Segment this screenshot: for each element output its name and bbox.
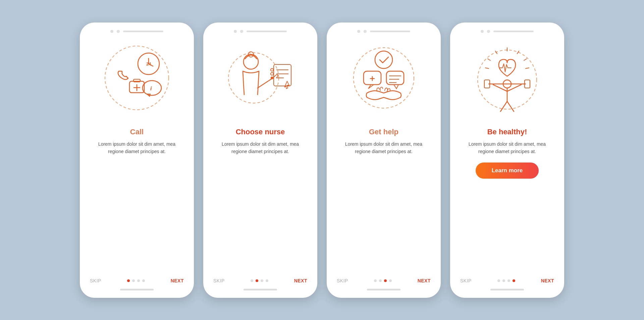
nav-row-3: SKIP NEXT xyxy=(327,272,441,286)
camera-dot-7 xyxy=(481,30,484,33)
camera-dot-2 xyxy=(117,30,120,33)
nav-dots-2 xyxy=(251,279,268,282)
home-indicator-3 xyxy=(367,289,400,290)
camera-dot-1 xyxy=(110,30,113,33)
camera-dot-8 xyxy=(487,30,490,33)
call-illustration: 24 i xyxy=(97,41,177,122)
svg-line-38 xyxy=(488,59,490,60)
phone-top xyxy=(80,22,194,35)
phone-choose-nurse: Choose nurse Lorem ipsum dolor sit dim a… xyxy=(203,22,317,298)
learn-more-button[interactable]: Learn more xyxy=(476,163,539,179)
svg-line-49 xyxy=(507,101,514,111)
healthy-illustration xyxy=(467,41,547,122)
dot-4-2 xyxy=(507,279,510,282)
camera-row-2 xyxy=(234,30,287,33)
svg-line-40 xyxy=(526,68,529,68)
phone-bottom-call: SKIP NEXT xyxy=(80,272,194,298)
home-indicator xyxy=(120,289,154,290)
dot-1 xyxy=(132,279,135,282)
svg-point-22 xyxy=(354,48,414,108)
camera-row xyxy=(110,30,163,33)
dot-2-3 xyxy=(266,279,268,282)
call-title: Call xyxy=(130,128,144,136)
camera-row-3 xyxy=(357,30,410,33)
dot-2-2 xyxy=(261,279,263,282)
dot-3-1 xyxy=(379,279,382,282)
svg-point-21 xyxy=(271,77,273,79)
speaker-bar-4 xyxy=(493,31,534,32)
camera-dot-3 xyxy=(234,30,237,33)
svg-point-9 xyxy=(143,81,161,95)
svg-text:24: 24 xyxy=(146,61,151,66)
svg-point-20 xyxy=(271,73,273,75)
skip-label-4[interactable]: SKIP xyxy=(460,278,472,283)
next-label-2[interactable]: NEXT xyxy=(294,278,307,283)
speaker-bar-2 xyxy=(247,31,287,32)
nav-row-2: SKIP NEXT xyxy=(203,272,317,286)
phone-bottom-nurse: SKIP NEXT xyxy=(203,272,317,298)
phone-top-2 xyxy=(203,22,317,35)
call-body: Lorem ipsum dolor sit dim amet, mea regi… xyxy=(90,140,184,155)
help-body: Lorem ipsum dolor sit dim amet, mea regi… xyxy=(337,140,431,155)
svg-line-39 xyxy=(485,68,489,68)
svg-point-19 xyxy=(271,68,273,71)
dot-0 xyxy=(127,279,130,282)
nav-dots-3 xyxy=(374,279,392,282)
dot-3 xyxy=(142,279,145,282)
svg-point-0 xyxy=(105,46,169,110)
dot-4-3 xyxy=(513,279,515,282)
healthy-body: Lorem ipsum dolor sit dim amet, mea regi… xyxy=(460,140,554,155)
help-title: Get help xyxy=(369,128,398,136)
camera-dot-5 xyxy=(357,30,360,33)
svg-point-23 xyxy=(375,51,392,68)
camera-row-4 xyxy=(481,30,534,33)
next-label[interactable]: NEXT xyxy=(171,278,184,283)
dot-3-3 xyxy=(389,279,392,282)
svg-text:i: i xyxy=(150,86,152,91)
dot-3-0 xyxy=(374,279,377,282)
nav-dots-4 xyxy=(497,279,515,282)
speaker-bar-3 xyxy=(370,31,410,32)
phone-call: 24 i Call Lorem ipsum dolor sit dim amet… xyxy=(80,22,194,298)
nurse-title: Choose nurse xyxy=(236,128,285,136)
skip-label[interactable]: SKIP xyxy=(90,278,101,283)
phone-be-healthy: Be healthy! Lorem ipsum dolor sit dim am… xyxy=(450,22,564,298)
camera-dot-4 xyxy=(240,30,243,33)
phone-top-3 xyxy=(327,22,441,35)
next-label-4[interactable]: NEXT xyxy=(541,278,554,283)
phones-container: 24 i Call Lorem ipsum dolor sit dim amet… xyxy=(80,22,564,298)
nurse-illustration xyxy=(220,41,301,122)
svg-marker-29 xyxy=(394,85,398,89)
healthy-title: Be healthy! xyxy=(487,128,527,136)
svg-line-48 xyxy=(500,101,507,111)
phone-bottom-help: SKIP NEXT xyxy=(327,272,441,298)
dot-2-1 xyxy=(256,279,258,282)
nav-row-4: SKIP NEXT xyxy=(450,272,564,286)
phone-bottom-healthy: SKIP NEXT xyxy=(450,272,564,298)
skip-label-2[interactable]: SKIP xyxy=(213,278,225,283)
svg-point-13 xyxy=(244,54,258,69)
home-indicator-4 xyxy=(490,289,524,290)
dot-4-1 xyxy=(502,279,505,282)
help-illustration xyxy=(343,41,424,122)
phone-get-help: Get help Lorem ipsum dolor sit dim amet,… xyxy=(327,22,441,298)
dot-3-2 xyxy=(384,279,387,282)
svg-marker-25 xyxy=(368,85,374,89)
camera-dot-6 xyxy=(364,30,367,33)
svg-line-44 xyxy=(507,85,521,91)
svg-line-36 xyxy=(524,59,527,60)
dot-2-0 xyxy=(251,279,253,282)
svg-marker-11 xyxy=(147,94,150,96)
nurse-body: Lorem ipsum dolor sit dim amet, mea regi… xyxy=(213,140,307,155)
nav-row: SKIP NEXT xyxy=(80,272,194,286)
svg-line-43 xyxy=(493,85,507,91)
skip-label-3[interactable]: SKIP xyxy=(337,278,348,283)
home-indicator-2 xyxy=(244,289,277,290)
speaker-bar xyxy=(123,31,163,32)
dot-2 xyxy=(137,279,140,282)
nav-dots xyxy=(127,279,145,282)
dot-4-0 xyxy=(497,279,500,282)
phone-top-4 xyxy=(450,22,564,35)
next-label-3[interactable]: NEXT xyxy=(418,278,431,283)
